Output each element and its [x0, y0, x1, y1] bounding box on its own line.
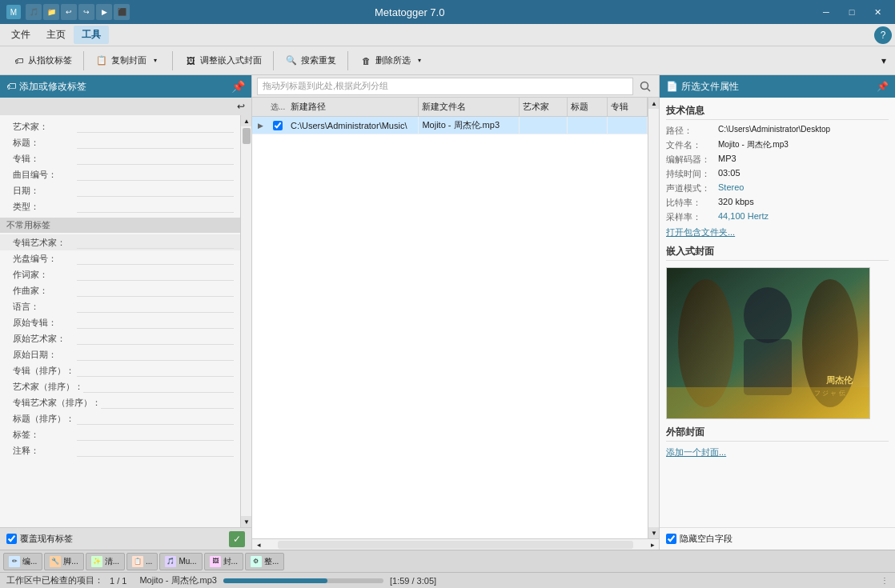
- external-cover-section: 外部封面: [666, 426, 889, 442]
- titlebar-left: M 🎵 📁 ↩ ↪ ▶ ⬛ Metatogger 7.0: [6, 4, 444, 20]
- pin-button[interactable]: 📌: [231, 80, 245, 93]
- orig-artist-input[interactable]: [77, 332, 234, 345]
- scroll-up-arrow[interactable]: ▲: [241, 115, 251, 126]
- field-title: 标题：: [0, 134, 240, 150]
- th-new-file[interactable]: 新建文件名: [419, 98, 520, 116]
- maximize-button[interactable]: □: [841, 4, 863, 20]
- info-filename: 文件名： Mojito - 周杰伦.mp3: [666, 139, 889, 151]
- scroll-track: [241, 126, 251, 516]
- center-panel: 拖动列标题到此处,根据此列分组 选... 新建路径: [252, 75, 659, 550]
- close-button[interactable]: ✕: [866, 4, 889, 20]
- apply-button[interactable]: ✓: [229, 531, 245, 547]
- resize-icon: ⋮: [881, 576, 889, 585]
- title-sort-input[interactable]: [77, 412, 234, 425]
- task-clean[interactable]: ✨ 清...: [86, 553, 125, 570]
- task-music[interactable]: 🎵 Mu...: [159, 553, 202, 570]
- group-drop-area[interactable]: 拖动列标题到此处,根据此列分组: [257, 78, 633, 95]
- hscroll-right[interactable]: ▸: [646, 539, 659, 550]
- title-icon-2[interactable]: 📁: [43, 4, 59, 20]
- status-time: [1:59 / 3:05]: [390, 576, 436, 586]
- field-date: 日期：: [0, 182, 240, 198]
- copy-cover-dropdown[interactable]: ▾: [150, 55, 161, 66]
- cover-image[interactable]: 周杰伦 フ ジ ャ 伝: [666, 267, 870, 419]
- hide-empty-checkbox[interactable]: [666, 534, 676, 544]
- task-cover[interactable]: 🖼 封...: [204, 553, 243, 570]
- th-title[interactable]: 标题: [568, 98, 608, 116]
- album-input[interactable]: [77, 152, 234, 165]
- album-sort-input[interactable]: [77, 364, 234, 377]
- toolbar-expand-button[interactable]: ▾: [877, 54, 890, 67]
- table-scroll-down[interactable]: ▼: [648, 527, 659, 538]
- composer-input[interactable]: [77, 284, 234, 297]
- title-input[interactable]: [77, 136, 234, 149]
- table-scroll-track: [648, 109, 659, 527]
- th-select[interactable]: 选...: [268, 102, 287, 113]
- table-scroll-up[interactable]: ▲: [648, 98, 659, 109]
- albumartist-sort-input[interactable]: [101, 396, 234, 409]
- th-new-path[interactable]: 新建路径: [287, 98, 419, 116]
- artist-input[interactable]: [77, 120, 234, 133]
- lyricist-input[interactable]: [77, 268, 234, 281]
- title-icon-1[interactable]: 🎵: [26, 4, 42, 20]
- disc-input[interactable]: [77, 252, 234, 265]
- track-input[interactable]: [77, 168, 234, 181]
- title-icon-5[interactable]: ▶: [96, 4, 112, 20]
- task-music-icon: 🎵: [165, 556, 176, 567]
- open-folder-link[interactable]: 打开包含文件夹...: [666, 227, 735, 237]
- task-arrange[interactable]: ⚙ 整...: [245, 553, 284, 570]
- task-arrange-icon: ⚙: [251, 556, 262, 567]
- th-album[interactable]: 专辑: [608, 98, 648, 116]
- title-icon-6[interactable]: ⬛: [114, 4, 130, 20]
- orig-date-input[interactable]: [77, 348, 234, 361]
- toolbar: 🏷 从指纹标签 📋 复制封面 ▾ 🖼 调整嵌入式封面 🔍 搜索重复 🗑 删除所选…: [0, 46, 895, 75]
- help-button[interactable]: ?: [874, 26, 892, 44]
- language-input[interactable]: [77, 300, 234, 313]
- minimize-button[interactable]: ─: [815, 4, 837, 20]
- hscroll-left[interactable]: ◂: [252, 539, 265, 550]
- delete-selected-button[interactable]: 🗑 删除所选 ▾: [352, 51, 432, 70]
- row-checkbox[interactable]: [268, 121, 287, 130]
- delete-dropdown[interactable]: ▾: [414, 55, 425, 66]
- overwrite-checkbox-label[interactable]: 覆盖现有标签: [6, 533, 73, 545]
- tags-input[interactable]: [77, 428, 234, 441]
- hide-empty-checkbox-label[interactable]: 隐藏空白字段: [666, 533, 732, 545]
- field-orig-artist: 原始艺术家：: [0, 330, 240, 346]
- row-new-path: C:\Users\Administrator\Music\: [287, 117, 419, 134]
- title-icon-3[interactable]: ↩: [61, 4, 77, 20]
- overwrite-checkbox[interactable]: [6, 534, 17, 544]
- undo-button[interactable]: ↩: [234, 99, 248, 114]
- title-icon-4[interactable]: ↪: [78, 4, 94, 20]
- menu-file[interactable]: 文件: [3, 26, 38, 44]
- field-album-sort: 专辑（排序）：: [0, 362, 240, 378]
- genre-input[interactable]: [77, 200, 234, 213]
- row-album: [608, 117, 648, 134]
- add-cover-link[interactable]: 添加一个封面...: [666, 446, 889, 458]
- info-samplerate: 采样率： 44,100 Hertz: [666, 211, 889, 223]
- album-artist-input[interactable]: [77, 236, 234, 249]
- row-expand[interactable]: ▶: [252, 122, 268, 130]
- copy-cover-button[interactable]: 📋 复制封面 ▾: [88, 51, 168, 70]
- orig-album-input[interactable]: [77, 316, 234, 329]
- task-4[interactable]: 📋 ...: [126, 553, 158, 570]
- th-artist[interactable]: 艺术家: [520, 98, 568, 116]
- table-row[interactable]: ▶ C:\Users\Administrator\Music\ Mojito -…: [252, 117, 648, 134]
- menu-tools[interactable]: 工具: [74, 26, 109, 44]
- progress-track[interactable]: [223, 578, 383, 583]
- task-script[interactable]: 🔧 脚...: [44, 553, 83, 570]
- task-edit[interactable]: ✏ 编...: [3, 553, 42, 570]
- row-check-input[interactable]: [273, 121, 283, 130]
- search-duplicate-button[interactable]: 🔍 搜索重复: [278, 51, 343, 70]
- fingerprint-tag-button[interactable]: 🏷 从指纹标签: [5, 51, 79, 70]
- date-input[interactable]: [77, 184, 234, 197]
- adjust-cover-button[interactable]: 🖼 调整嵌入式封面: [177, 51, 269, 70]
- search-button[interactable]: [636, 78, 654, 95]
- row-new-file: Mojito - 周杰伦.mp3: [419, 117, 520, 134]
- artist-sort-input[interactable]: [83, 380, 234, 393]
- window-title: Metatogger 7.0: [375, 6, 444, 18]
- comment-input[interactable]: [77, 444, 234, 457]
- right-pin-button[interactable]: 📌: [877, 81, 889, 92]
- status-progress: [1:59 / 3:05]: [223, 576, 874, 586]
- menu-home[interactable]: 主页: [38, 26, 74, 44]
- scroll-down-arrow[interactable]: ▼: [241, 516, 251, 527]
- scroll-thumb[interactable]: [243, 128, 251, 144]
